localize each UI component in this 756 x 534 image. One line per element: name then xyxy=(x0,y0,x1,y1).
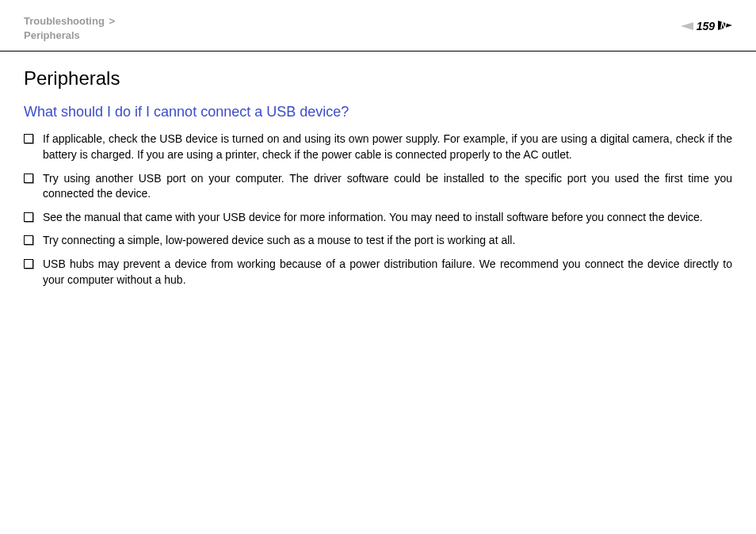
bullet-list: If applicable, check the USB device is t… xyxy=(24,132,732,288)
page-title: Peripherals xyxy=(24,67,732,90)
list-item: Try using another USB port on your compu… xyxy=(24,171,732,202)
bullet-text: If applicable, check the USB device is t… xyxy=(43,132,732,162)
list-item: See the manual that came with your USB d… xyxy=(24,210,732,226)
breadcrumb-parent: Troubleshooting xyxy=(24,15,105,27)
page-navigation: 159 N xyxy=(681,19,732,33)
breadcrumb: Troubleshooting > Peripherals xyxy=(24,14,115,43)
prev-page-arrow-icon[interactable] xyxy=(681,22,693,30)
bullet-marker-icon xyxy=(24,235,33,245)
page-number: 159 xyxy=(697,20,715,32)
bullet-marker-icon xyxy=(24,259,33,269)
page-suffix: N xyxy=(718,19,732,33)
page-content: Peripherals What should I do if I cannot… xyxy=(0,51,756,319)
svg-text:N: N xyxy=(720,21,727,30)
bullet-text: Try connecting a simple, low-powered dev… xyxy=(43,233,732,249)
page-header: Troubleshooting > Peripherals 159 N xyxy=(0,0,756,51)
list-item: If applicable, check the USB device is t… xyxy=(24,132,732,162)
svg-marker-0 xyxy=(681,22,693,30)
list-item: Try connecting a simple, low-powered dev… xyxy=(24,233,732,249)
breadcrumb-separator: > xyxy=(109,15,115,27)
bullet-text: Try using another USB port on your compu… xyxy=(43,171,732,202)
bullet-marker-icon xyxy=(24,174,33,183)
list-item: USB hubs may prevent a device from worki… xyxy=(24,257,732,288)
section-heading: What should I do if I cannot connect a U… xyxy=(24,104,732,120)
bullet-marker-icon xyxy=(24,212,33,222)
bullet-text: USB hubs may prevent a device from worki… xyxy=(43,257,732,288)
breadcrumb-current: Peripherals xyxy=(24,29,115,43)
bullet-text: See the manual that came with your USB d… xyxy=(43,210,732,226)
bullet-marker-icon xyxy=(24,134,33,143)
